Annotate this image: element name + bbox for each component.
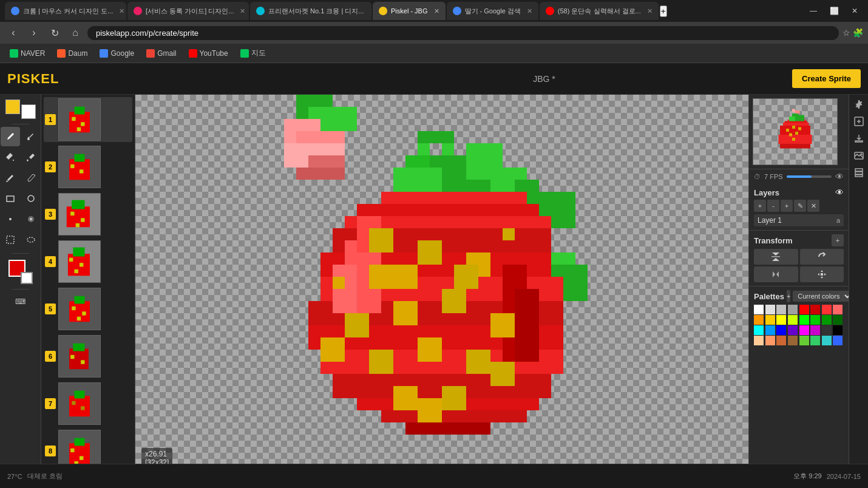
bookmark-google[interactable]: Google: [96, 48, 138, 59]
tab-close-6[interactable]: ✕: [647, 7, 653, 15]
minimize-button[interactable]: —: [805, 2, 822, 19]
palette-color-lred[interactable]: [822, 305, 832, 314]
tab-close-3[interactable]: ✕: [370, 7, 372, 15]
tab-4[interactable]: Piskel - JBG ✕: [373, 2, 446, 20]
fill-tool[interactable]: [1, 147, 20, 167]
eyedropper-tool[interactable]: [21, 147, 41, 167]
bookmark-map[interactable]: 지도: [237, 47, 270, 59]
reload-button[interactable]: ↻: [46, 24, 63, 41]
eye-icon[interactable]: 👁: [835, 172, 844, 181]
canvas-area[interactable]: x26.91 [32x32] 1/20: [135, 95, 748, 483]
palette-color-dbrown[interactable]: [788, 336, 798, 345]
flip-v-button[interactable]: [754, 249, 798, 265]
layer-item-1[interactable]: Layer 1 a: [754, 214, 844, 226]
palette-color-mint[interactable]: [810, 336, 820, 345]
transform-add-button[interactable]: +: [832, 234, 844, 246]
tab-5[interactable]: 딸기 - Google 검색 ✕: [447, 2, 538, 20]
frame-item-1[interactable]: 1: [44, 97, 132, 142]
export-icon-btn[interactable]: [852, 131, 866, 146]
frame-item-6[interactable]: 6: [44, 334, 132, 379]
bookmark-daum[interactable]: Daum: [53, 48, 91, 59]
palette-color-dgreen[interactable]: [833, 315, 843, 325]
eraser-tool[interactable]: [1, 168, 20, 188]
back-button[interactable]: ‹: [5, 24, 22, 41]
palette-dropdown[interactable]: Current colors: [793, 291, 852, 302]
palette-color-dmagenta[interactable]: [810, 325, 820, 335]
resize-icon-btn[interactable]: [852, 114, 866, 129]
frame-item-4[interactable]: 4: [44, 239, 132, 284]
frame-item-3[interactable]: 3: [44, 192, 132, 237]
palette-color-lgreen[interactable]: [799, 315, 809, 325]
palette-add-button[interactable]: +: [787, 290, 790, 302]
palette-color-purple[interactable]: [788, 325, 798, 335]
layer-rename-button[interactable]: ✎: [794, 200, 806, 212]
palette-color-mgray[interactable]: [788, 305, 798, 314]
layer-delete-button[interactable]: -: [767, 200, 779, 212]
bookmark-gmail[interactable]: Gmail: [143, 48, 180, 59]
palette-color-magenta[interactable]: [799, 325, 809, 335]
tab-3[interactable]: 프리랜서마켓 No.1 크몽 | 디지... ✕: [250, 2, 371, 20]
palette-color-white[interactable]: [754, 305, 764, 314]
layers-visibility-icon[interactable]: 👁: [835, 188, 844, 197]
rect-select-tool[interactable]: [1, 230, 20, 249]
forward-button[interactable]: ›: [25, 24, 42, 41]
tab-1[interactable]: 크롬 | 마우스 커서 디자인 도... ✕: [5, 2, 126, 20]
stroke-tool[interactable]: [21, 168, 41, 188]
frame-item-5[interactable]: 5: [44, 286, 132, 331]
frame-item-2[interactable]: 2: [44, 144, 132, 189]
palette-color-lgray[interactable]: [765, 305, 775, 314]
tab-close-5[interactable]: ✕: [527, 7, 532, 15]
palette-color-lyellow[interactable]: [776, 315, 786, 325]
frame-item-7[interactable]: 7: [44, 381, 132, 426]
palette-color-yellow[interactable]: [765, 315, 775, 325]
palette-color-black[interactable]: [833, 325, 843, 335]
palette-color-brown[interactable]: [776, 336, 786, 345]
tab-close-1[interactable]: ✕: [119, 7, 124, 15]
palette-color-dred[interactable]: [810, 305, 820, 314]
palette-color-gray[interactable]: [776, 305, 786, 314]
lasso-tool[interactable]: [21, 230, 41, 249]
palette-color-salmon[interactable]: [765, 336, 775, 345]
palette-color-orange[interactable]: [754, 315, 764, 325]
rect-tool[interactable]: [1, 189, 20, 208]
tab-6[interactable]: (58) 운단속 실력해서 걸로... ✕: [540, 2, 659, 20]
create-sprite-button[interactable]: Create Sprite: [792, 69, 861, 88]
palette-color-pink[interactable]: [833, 305, 843, 314]
palette-color-lime[interactable]: [799, 336, 809, 345]
pixel-canvas[interactable]: [187, 95, 697, 483]
bookmark-youtube[interactable]: YouTube: [185, 48, 232, 59]
palette-color-dgray[interactable]: [822, 325, 832, 335]
tab-close-4[interactable]: ✕: [434, 7, 439, 15]
palette-color-skyblue[interactable]: [765, 325, 775, 335]
fps-slider[interactable]: [787, 175, 832, 178]
palette-color-mgreen[interactable]: [822, 315, 832, 325]
settings-icon-btn[interactable]: [852, 97, 866, 112]
bookmark-star[interactable]: ☆: [843, 28, 850, 38]
layer-add-button[interactable]: +: [754, 200, 766, 212]
palette-color-periwinkle[interactable]: [833, 336, 843, 345]
layer-remove-button[interactable]: ✕: [807, 200, 819, 212]
rotate-button[interactable]: [800, 249, 844, 265]
palette-color-blue[interactable]: [776, 325, 786, 335]
palette-color-peach[interactable]: [754, 336, 764, 345]
layer-duplicate-button[interactable]: +: [781, 200, 793, 212]
palette-color-cyan[interactable]: [754, 325, 764, 335]
home-button[interactable]: ⌂: [67, 24, 84, 41]
restore-button[interactable]: ⬜: [826, 2, 843, 19]
keyboard-shortcut-btn[interactable]: ⌨: [11, 292, 30, 311]
bookmark-naver[interactable]: NAVER: [6, 48, 49, 59]
move-button[interactable]: [800, 266, 844, 282]
brush-tool[interactable]: [21, 127, 41, 146]
palette-color-red[interactable]: [799, 305, 809, 314]
layers-panel-icon-btn[interactable]: [852, 165, 866, 180]
circle-tool[interactable]: [21, 189, 41, 208]
palette-color-chartreuse[interactable]: [788, 315, 798, 325]
tab-close-2[interactable]: ✕: [240, 7, 245, 15]
gallery-icon-btn[interactable]: [852, 148, 866, 163]
palette-color-green[interactable]: [810, 315, 820, 325]
new-tab-button[interactable]: +: [660, 5, 667, 17]
tab-2[interactable]: [서비스 동록 가이드] 디자인... ✕: [127, 2, 249, 20]
lighten-tool[interactable]: [21, 209, 41, 229]
flip-h-button[interactable]: [754, 266, 798, 282]
extensions-button[interactable]: 🧩: [853, 28, 863, 38]
